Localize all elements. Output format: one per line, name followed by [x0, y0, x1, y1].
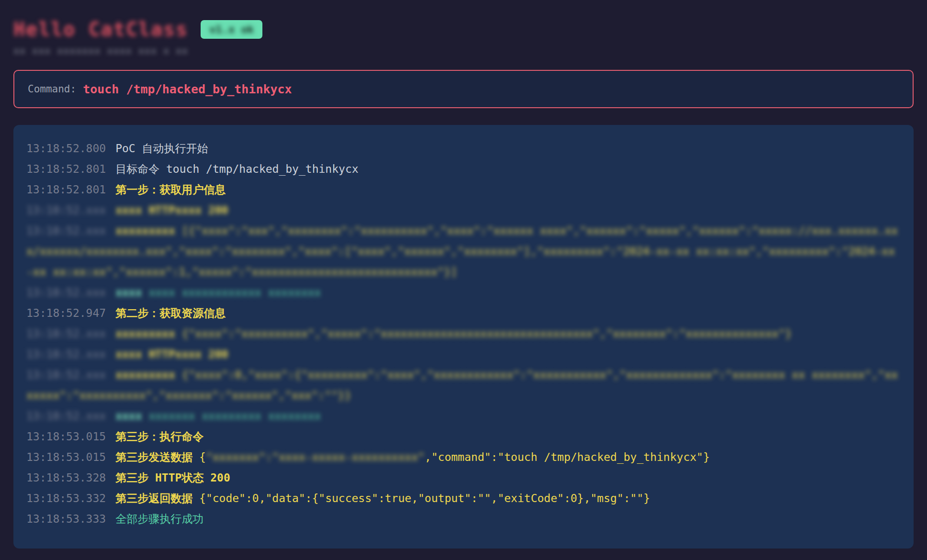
log-segment: 第三步：执行命令: [115, 430, 203, 443]
command-label: Command:: [28, 83, 76, 95]
log-timestamp: 13:18:53.015: [26, 451, 106, 463]
log-line: 13:18:52.xxxxxxxxxxxx {"xxxx":0,"xxxx":{…: [26, 365, 901, 406]
log-segment: 第一步：获取用户信息: [115, 183, 226, 196]
log-timestamp: 13:18:52.xxx: [26, 369, 106, 381]
log-timestamp: 13:18:52.xxx: [26, 327, 106, 340]
log-line: 13:18:52.xxxxxxx xxxxxxx xxxxxxxxx xxxxx…: [26, 406, 901, 426]
log-timestamp: 13:18:52.947: [26, 307, 106, 319]
log-panel: 13:18:52.800PoC 自动执行开始13:18:52.801目标命令 t…: [13, 125, 914, 549]
log-segment: 第二步：获取资源信息: [115, 307, 226, 319]
log-segment: 第三步 HTTP状态 200: [115, 471, 230, 484]
log-segment: xxxxxxxxx: [115, 224, 181, 237]
log-line: 13:18:52.801第一步：获取用户信息: [26, 179, 901, 200]
log-segment: 第三步返回数据: [115, 492, 199, 504]
log-segment: PoC 自动执行开始: [115, 142, 208, 155]
log-timestamp: 13:18:52.801: [26, 183, 106, 196]
log-line: 13:18:52.xxxxxxxxxxxx [{"xxxx":"xxx","xx…: [26, 221, 901, 282]
header: Hello CatClass v1.x ok: [13, 18, 914, 40]
log-line: 13:18:53.015第三步发送数据 {"xxxxxxx":"xxxx-xxx…: [26, 447, 901, 468]
log-segment: xxxxxxxxx: [115, 327, 181, 340]
log-line: 13:18:52.xxxxxxx HTTPxxxx 200: [26, 200, 901, 221]
command-box: Command: touch /tmp/hacked_by_thinkycx: [13, 70, 914, 108]
log-timestamp: 13:18:53.015: [26, 430, 106, 443]
log-timestamp: 13:18:52.800: [26, 142, 106, 155]
log-timestamp: 13:18:53.333: [26, 513, 106, 525]
log-segment: 目标命令 touch /tmp/hacked_by_thinkycx: [115, 163, 358, 175]
command-value: touch /tmp/hacked_by_thinkycx: [83, 82, 292, 96]
log-segment: 全部步骤执行成功: [115, 513, 203, 525]
log-segment: xxxx HTTPxxxx 200: [115, 348, 228, 360]
version-badge-label: v1.x ok: [209, 23, 254, 35]
log-segment: xxxx: [115, 410, 148, 422]
log-timestamp: 13:18:53.328: [26, 471, 106, 484]
log-timestamp: 13:18:52.xxx: [26, 224, 106, 237]
log-segment: {"code":0,"data":{"success":true,"output…: [199, 492, 650, 504]
log-line: 13:18:52.947第二步：获取资源信息: [26, 303, 901, 324]
log-line: 13:18:52.801目标命令 touch /tmp/hacked_by_th…: [26, 159, 901, 179]
log-line: 13:18:53.015第三步：执行命令: [26, 426, 901, 447]
log-line: 13:18:53.333全部步骤执行成功: [26, 509, 901, 529]
log-line: 13:18:52.xxxxxxxxxxxx {"xxxx":"xxxxxxxxx…: [26, 324, 901, 344]
log-segment: "xxxxxxx":"xxxx-xxxxx-xxxxxxxxxx": [206, 451, 425, 463]
log-segment: xxxxxxx xxxxxxxxx xxxxxxxx: [148, 410, 321, 422]
log-lines: 13:18:52.800PoC 自动执行开始13:18:52.801目标命令 t…: [26, 138, 901, 529]
log-timestamp: 13:18:52.xxx: [26, 410, 106, 422]
page: Hello CatClass v1.x ok xx xxx xxxxxxx xx…: [0, 0, 927, 549]
log-segment: ,"command":"touch /tmp/hacked_by_thinkyc…: [425, 451, 710, 463]
log-segment: xxxxxxxxx: [115, 369, 181, 381]
log-segment: {"xxxx":"xxxxxxxxxx","xxxxx":"xxxxxxxxxx…: [182, 327, 792, 340]
page-subtitle: xx xxx xxxxxxx xxxx xxx x xx: [13, 45, 914, 56]
log-segment: xxxx: [115, 286, 148, 299]
log-line: 13:18:53.328第三步 HTTP状态 200: [26, 468, 901, 488]
log-timestamp: 13:18:52.xxx: [26, 204, 106, 216]
log-segment: xxxx HTTPxxxx 200: [115, 204, 228, 216]
page-title: Hello CatClass: [13, 18, 188, 40]
log-line: 13:18:52.xxxxxxx xxxx xxxxxxxxxxxx xxxxx…: [26, 282, 901, 303]
log-timestamp: 13:18:52.xxx: [26, 348, 106, 360]
log-timestamp: 13:18:53.332: [26, 492, 106, 504]
log-segment: {: [199, 451, 206, 463]
log-line: 13:18:52.xxxxxxx HTTPxxxx 200: [26, 344, 901, 365]
log-line: 13:18:53.332第三步返回数据 {"code":0,"data":{"s…: [26, 488, 901, 509]
log-segment: 第三步发送数据: [115, 451, 199, 463]
log-timestamp: 13:18:52.xxx: [26, 286, 106, 299]
log-timestamp: 13:18:52.801: [26, 163, 106, 175]
version-badge: v1.x ok: [201, 20, 262, 39]
log-segment: xxxx xxxxxxxxxxxx xxxxxxxx: [148, 286, 321, 299]
log-line: 13:18:52.800PoC 自动执行开始: [26, 138, 901, 159]
